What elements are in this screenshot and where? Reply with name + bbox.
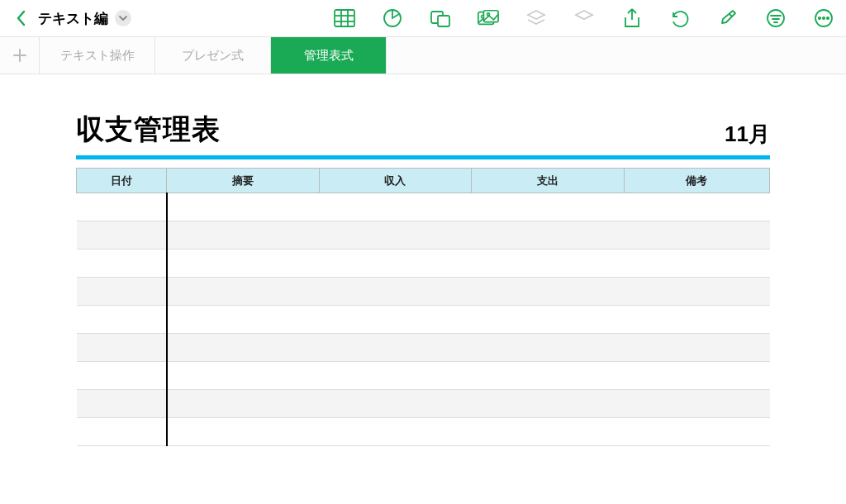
column-header[interactable]: 収入 — [319, 169, 472, 193]
top-toolbar: テキスト編 — [0, 0, 846, 36]
filter-icon — [766, 8, 786, 28]
more-button[interactable] — [813, 7, 834, 29]
table-row[interactable] — [77, 221, 770, 250]
cell[interactable] — [472, 418, 625, 446]
cell[interactable] — [319, 306, 472, 334]
spreadsheet-table[interactable]: 日付 摘要 収入 支出 備考 — [76, 168, 770, 446]
cell[interactable] — [77, 306, 167, 334]
cell[interactable] — [167, 390, 320, 418]
cell[interactable] — [624, 221, 769, 250]
title-dropdown-button[interactable] — [115, 10, 131, 26]
cell[interactable] — [167, 306, 320, 334]
cell[interactable] — [319, 250, 472, 278]
cell[interactable] — [77, 278, 167, 306]
cell[interactable] — [319, 334, 472, 362]
cell[interactable] — [624, 193, 769, 221]
cell[interactable] — [319, 278, 472, 306]
cell[interactable] — [77, 334, 167, 362]
spreadsheet-document: 収支管理表 11月 日付 摘要 収入 支出 備考 — [0, 74, 846, 446]
cell[interactable] — [624, 418, 769, 446]
chart-icon — [383, 8, 402, 28]
share-icon — [623, 7, 641, 29]
table-row[interactable] — [77, 390, 770, 418]
table-icon — [334, 9, 355, 27]
insert-chart-button[interactable] — [382, 7, 403, 29]
cell[interactable] — [472, 306, 625, 334]
cell[interactable] — [624, 250, 769, 278]
insert-table-button[interactable] — [334, 7, 355, 29]
cell[interactable] — [472, 334, 625, 362]
table-row[interactable] — [77, 193, 770, 221]
table-row[interactable] — [77, 334, 770, 362]
cell[interactable] — [167, 221, 320, 250]
table-header-row: 日付 摘要 収入 支出 備考 — [77, 169, 770, 193]
column-header[interactable]: 日付 — [77, 169, 167, 193]
table-row[interactable] — [77, 306, 770, 334]
column-header[interactable]: 備考 — [624, 169, 769, 193]
chevron-down-icon — [119, 15, 127, 21]
cell[interactable] — [167, 278, 320, 306]
sheet-tab[interactable]: プレゼン式 — [155, 37, 271, 74]
sheet-title[interactable]: 収支管理表 — [76, 111, 221, 149]
cell[interactable] — [624, 306, 769, 334]
cell[interactable] — [472, 193, 625, 221]
month-label[interactable]: 11月 — [725, 120, 770, 149]
cell[interactable] — [167, 418, 320, 446]
cell[interactable] — [77, 362, 167, 390]
document-title[interactable]: テキスト編 — [38, 9, 108, 28]
svg-point-17 — [819, 17, 820, 19]
cell[interactable] — [167, 362, 320, 390]
layer-forward-button — [525, 7, 547, 29]
format-brush-button[interactable] — [717, 7, 739, 29]
cell[interactable] — [472, 362, 625, 390]
table-row[interactable] — [77, 418, 770, 446]
cell[interactable] — [167, 334, 320, 362]
undo-icon — [670, 8, 690, 28]
table-row[interactable] — [77, 278, 770, 306]
layer-forward-icon — [526, 9, 546, 27]
cell[interactable] — [319, 221, 472, 250]
sheet-tab[interactable]: テキスト操作 — [40, 37, 155, 74]
cell[interactable] — [167, 193, 320, 221]
sheet-tabs-bar: テキスト操作プレゼン式管理表式 — [0, 36, 846, 74]
sheet-tab[interactable]: 管理表式 — [271, 37, 387, 74]
cell[interactable] — [624, 334, 769, 362]
chevron-left-icon — [16, 10, 27, 26]
shape-icon — [430, 8, 451, 28]
cell[interactable] — [77, 193, 167, 221]
column-header[interactable]: 摘要 — [167, 169, 320, 193]
cell[interactable] — [472, 221, 625, 250]
cell[interactable] — [624, 390, 769, 418]
cell[interactable] — [319, 390, 472, 418]
cell[interactable] — [77, 390, 167, 418]
topbar-right-group — [334, 7, 834, 29]
cell[interactable] — [77, 418, 167, 446]
table-row[interactable] — [77, 250, 770, 278]
layer-back-button — [573, 7, 595, 29]
share-button[interactable] — [621, 7, 643, 29]
plus-icon — [12, 47, 28, 64]
table-row[interactable] — [77, 362, 770, 390]
topbar-left-group: テキスト編 — [12, 8, 131, 28]
cell[interactable] — [624, 362, 769, 390]
add-sheet-button[interactable] — [0, 37, 40, 74]
column-header[interactable]: 支出 — [472, 169, 625, 193]
cell[interactable] — [319, 418, 472, 446]
cell[interactable] — [472, 278, 625, 306]
insert-image-button[interactable] — [478, 7, 499, 29]
cell[interactable] — [77, 250, 167, 278]
cell[interactable] — [624, 278, 769, 306]
filter-button[interactable] — [765, 7, 787, 29]
cell[interactable] — [319, 193, 472, 221]
back-button[interactable] — [12, 8, 31, 28]
cell[interactable] — [472, 390, 625, 418]
more-icon — [814, 8, 834, 28]
accent-bar — [76, 155, 770, 159]
cell[interactable] — [77, 221, 167, 250]
tabs-container: テキスト操作プレゼン式管理表式 — [40, 37, 387, 74]
cell[interactable] — [319, 362, 472, 390]
cell[interactable] — [472, 250, 625, 278]
insert-shape-button[interactable] — [430, 7, 451, 29]
undo-button[interactable] — [669, 7, 691, 29]
cell[interactable] — [167, 250, 320, 278]
